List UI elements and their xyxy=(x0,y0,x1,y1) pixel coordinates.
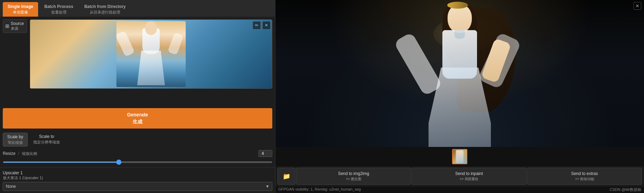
upscaler1-select-wrapper: None Lanczos Nearest ESRGAN_4x LDSR ScuN… xyxy=(3,182,272,191)
thumbnail-item-1[interactable] xyxy=(452,149,467,164)
generate-label-zh: 生成 xyxy=(6,119,269,125)
scale-tabs: Scale by 等比缩放 Scale to 指定分辨率缩放 xyxy=(0,131,275,148)
close-icon: ✕ xyxy=(265,23,268,28)
source-area: ⊞ Source 来源 xyxy=(0,17,275,108)
status-right: CSDN @Mr数据杨 xyxy=(610,187,641,192)
right-close-button[interactable]: ✕ xyxy=(634,2,641,10)
scale-by-label-zh: 等比缩放 xyxy=(7,140,23,145)
close-image-button[interactable]: ✕ xyxy=(262,21,271,29)
right-panel: ✕ xyxy=(275,0,644,193)
left-panel: Single Image 单张图像 Batch Process 批量处理 Bat… xyxy=(0,0,275,193)
resize-value-input[interactable] xyxy=(258,150,272,157)
preview-actions: ✏ ✕ xyxy=(253,21,271,29)
tab-single-image[interactable]: Single Image 单张图像 xyxy=(3,2,38,17)
right-figure-container xyxy=(394,2,526,147)
right-close-icon: ✕ xyxy=(635,3,639,9)
upscaler1-label-en: Upscaler 1 xyxy=(3,170,23,175)
tab-single-image-label-en: Single Image xyxy=(8,4,33,10)
folder-button[interactable]: 📁 xyxy=(277,168,295,185)
resize-label: Resize / 缩放比例 xyxy=(3,151,37,156)
resize-label-en: Resize xyxy=(3,151,16,156)
tabs-bar: Single Image 单张图像 Batch Process 批量处理 Bat… xyxy=(0,0,275,17)
send-extras-button[interactable]: Send to extras >> 附加功能 xyxy=(527,168,642,185)
edit-image-button[interactable]: ✏ xyxy=(253,21,261,29)
right-image-display xyxy=(275,0,644,147)
upscaler1-select[interactable]: None Lanczos Nearest ESRGAN_4x LDSR ScuN… xyxy=(3,182,272,191)
source-image-preview[interactable]: ✏ ✕ xyxy=(30,19,272,89)
send-extras-label-zh: >> 附加功能 xyxy=(529,177,640,182)
upscaler1-label-zh: 放大算法 1 (Upscaler 1) xyxy=(3,176,43,180)
source-label-zh: 来源 xyxy=(11,26,24,31)
resize-label-zh: 缩放比例 xyxy=(22,151,37,156)
source-label-en: Source xyxy=(11,21,24,26)
tab-batch-label-en: Batch Process xyxy=(44,4,73,10)
grid-icon: ⊞ xyxy=(5,23,9,29)
send-extras-label-en: Send to extras xyxy=(529,171,640,177)
scale-by-label-en: Scale by xyxy=(7,134,23,140)
edit-icon: ✏ xyxy=(255,23,258,28)
folder-icon: 📁 xyxy=(283,173,290,180)
send-img2img-label-en: Send to img2img xyxy=(298,171,409,177)
scale-to-label-zh: 指定分辨率缩放 xyxy=(33,140,60,144)
source-image-display xyxy=(30,20,272,88)
upscaler1-section: Upscaler 1 放大算法 1 (Upscaler 1) None Lanc… xyxy=(0,169,275,193)
source-label[interactable]: ⊞ Source 来源 xyxy=(3,19,27,33)
scale-to-label-en: Scale to xyxy=(33,134,60,140)
thumbnail-strip xyxy=(275,147,644,166)
tab-single-image-label-zh: 单张图像 xyxy=(8,10,33,15)
action-buttons-row: 📁 Send to img2img >> 图生图 Send to inpaint… xyxy=(275,166,644,186)
send-inpaint-label-en: Send to inpaint xyxy=(413,171,524,177)
divider xyxy=(0,167,275,168)
send-inpaint-button[interactable]: Send to inpaint >> 局部重绘 xyxy=(412,168,526,185)
status-left: GFPGAN visibility: 1, Rembg: u2net_human… xyxy=(278,187,361,192)
scale-to-tab[interactable]: Scale to 指定分辨率缩放 xyxy=(29,133,64,147)
right-image-area xyxy=(275,0,644,147)
resize-section: Resize / 缩放比例 xyxy=(0,148,275,166)
send-img2img-label-zh: >> 图生图 xyxy=(298,177,409,182)
resize-header: Resize / 缩放比例 xyxy=(3,150,272,157)
scale-by-tab[interactable]: Scale by 等比缩放 xyxy=(3,133,28,147)
tab-batch-label-zh: 批量处理 xyxy=(44,10,73,15)
generate-button[interactable]: Generate 生成 xyxy=(3,108,272,129)
send-inpaint-label-zh: >> 局部重绘 xyxy=(413,177,524,182)
tab-batch-process[interactable]: Batch Process 批量处理 xyxy=(39,2,78,17)
tab-batch-directory[interactable]: Batch from Directory 从目录进行批处理 xyxy=(79,2,130,17)
send-img2img-button[interactable]: Send to img2img >> 图生图 xyxy=(296,168,411,185)
upscaler1-label: Upscaler 1 放大算法 1 (Upscaler 1) xyxy=(3,170,272,181)
status-bar: GFPGAN visibility: 1, Rembg: u2net_human… xyxy=(275,186,644,193)
tab-batch-dir-label-zh: 从目录进行批处理 xyxy=(84,10,125,15)
resize-slider[interactable] xyxy=(3,161,272,163)
tab-batch-dir-label-en: Batch from Directory xyxy=(84,4,125,10)
generate-label-en: Generate xyxy=(6,112,269,119)
